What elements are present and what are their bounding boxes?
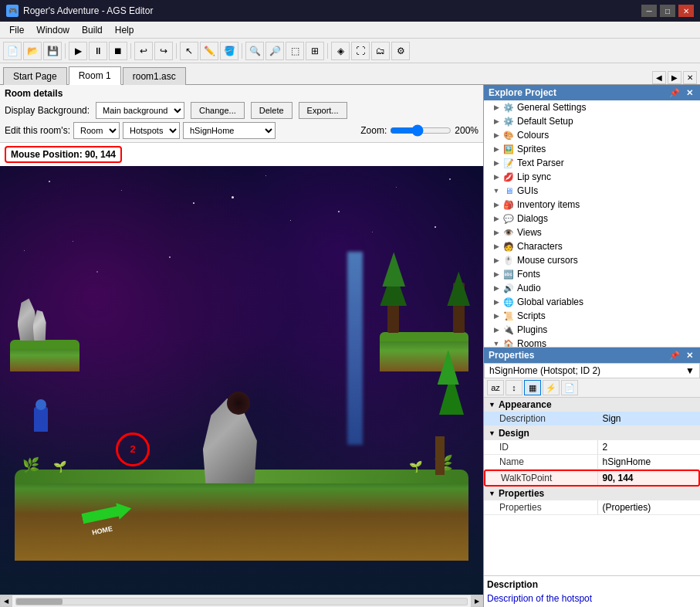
menu-file[interactable]: File xyxy=(3,23,30,37)
change-button[interactable]: Change... xyxy=(191,102,245,119)
tree-item-colours[interactable]: ▶ 🎨 Colours xyxy=(484,128,700,142)
tab-nav-left[interactable]: ◀ xyxy=(652,71,666,84)
tab-room1[interactable]: Room 1 xyxy=(69,66,121,85)
tree-item-plugins[interactable]: ▶ 🔌 Plugins xyxy=(484,323,700,337)
delete-button[interactable]: Delete xyxy=(251,102,293,119)
expand-icon[interactable]: ▶ xyxy=(490,226,502,239)
tree-item-scripts[interactable]: ▶ 📜 Scripts xyxy=(484,309,700,323)
area-button[interactable]: ⬚ xyxy=(286,42,304,60)
props-row-description[interactable]: Description Sign xyxy=(484,412,700,426)
expand-icon[interactable]: ▶ xyxy=(490,268,502,280)
tab-nav-right[interactable]: ▶ xyxy=(668,71,681,84)
tree-item-inventory[interactable]: ▶ 🎒 Inventory items xyxy=(484,198,700,212)
scrollbar-thumb[interactable] xyxy=(16,599,63,605)
props-row-id[interactable]: ID 2 xyxy=(484,440,700,455)
tab-start-page[interactable]: Start Page xyxy=(3,67,67,85)
title-bar-controls[interactable]: ─ □ ✕ xyxy=(641,5,694,17)
background-dropdown[interactable]: Main background xyxy=(96,102,184,119)
close-button[interactable]: ✕ xyxy=(678,5,694,17)
props-row-walktopoint[interactable]: WalkToPoint 90, 144 xyxy=(484,470,700,487)
pause-button[interactable]: ⏸ xyxy=(89,42,107,60)
export-button[interactable]: Export... xyxy=(299,102,347,119)
expand-icon[interactable]: ▶ xyxy=(490,101,502,114)
expand-icon[interactable]: ▶ xyxy=(490,310,502,322)
scroll-left-button[interactable]: ◀ xyxy=(0,595,12,607)
tree-item-guis[interactable]: ▼ 🖥 GUIs xyxy=(484,184,700,198)
h-scrollbar[interactable]: ◀ ▶ xyxy=(0,595,483,607)
props-sort-az[interactable]: az xyxy=(487,380,504,395)
expand-icon[interactable]: ▶ xyxy=(490,171,502,183)
expand-icon[interactable]: ▶ xyxy=(490,282,502,294)
properties-selector[interactable]: hSignHome (Hotspot; ID 2) ▼ xyxy=(484,363,700,378)
props-row-name[interactable]: Name hSignHome xyxy=(484,455,700,470)
tree-item-lip-sync[interactable]: ▶ 💋 Lip sync xyxy=(484,170,700,184)
tab-close[interactable]: ✕ xyxy=(683,71,697,84)
scrollbar-track[interactable] xyxy=(15,598,468,605)
tree-item-global-variables[interactable]: ▶ 🌐 Global variables xyxy=(484,295,700,309)
expand-icon[interactable]: ▶ xyxy=(490,198,502,211)
explore-close-button[interactable]: ✕ xyxy=(684,88,695,98)
tree-item-audio[interactable]: ▶ 🔊 Audio xyxy=(484,281,700,295)
zoom-out-button[interactable]: 🔎 xyxy=(265,42,284,60)
tab-room1-asc[interactable]: room1.asc xyxy=(123,67,186,85)
tool2-button[interactable]: ⛶ xyxy=(351,42,370,60)
scroll-right-button[interactable]: ▶ xyxy=(471,595,483,607)
props-row-properties[interactable]: Properties (Properties) xyxy=(484,500,700,515)
menu-window[interactable]: Window xyxy=(30,23,76,37)
tree-item-general-settings[interactable]: ▶ ⚙️ General Settings xyxy=(484,100,700,114)
expand-icon[interactable]: ▶ xyxy=(490,143,502,155)
tree-item-rooms[interactable]: ▼ 🏠 Rooms xyxy=(484,337,700,348)
edit-mode-dropdown[interactable]: Room xyxy=(73,122,120,139)
design-section[interactable]: ▼ Design xyxy=(484,426,700,440)
tree-item-characters[interactable]: ▶ 🧑 Characters xyxy=(484,239,700,253)
tool3-button[interactable]: 🗂 xyxy=(371,42,390,60)
props-events-btn[interactable]: ⚡ xyxy=(543,380,560,395)
expand-icon[interactable]: ▶ xyxy=(490,157,502,169)
tool1-button[interactable]: ◈ xyxy=(331,42,350,60)
tree-item-fonts[interactable]: ▶ 🔤 Fonts xyxy=(484,267,700,281)
tree-item-sprites[interactable]: ▶ 🖼️ Sprites xyxy=(484,142,700,156)
zoom-in-button[interactable]: 🔍 xyxy=(245,42,264,60)
minimize-button[interactable]: ─ xyxy=(641,5,657,17)
menu-build[interactable]: Build xyxy=(76,23,109,37)
properties-pin-button[interactable]: 📌 xyxy=(667,351,682,361)
props-grid-btn[interactable]: ▦ xyxy=(524,380,541,395)
redo-button[interactable]: ↪ xyxy=(154,42,173,60)
menu-help[interactable]: Help xyxy=(109,23,140,37)
edit-type-dropdown[interactable]: Hotspots xyxy=(123,122,180,139)
expand-icon[interactable]: ▼ xyxy=(490,337,502,348)
tree-item-text-parser[interactable]: ▶ 📝 Text Parser xyxy=(484,156,700,170)
maximize-button[interactable]: □ xyxy=(660,5,675,17)
explore-pin-button[interactable]: 📌 xyxy=(667,88,682,98)
settings-button[interactable]: ⚙ xyxy=(391,42,410,60)
expand-icon[interactable]: ▶ xyxy=(490,254,502,266)
open-button[interactable]: 📂 xyxy=(23,42,42,60)
props-extra-btn[interactable]: 📄 xyxy=(561,380,578,395)
props-sort-cat[interactable]: ↕ xyxy=(506,380,522,395)
expand-icon[interactable]: ▶ xyxy=(490,240,502,253)
zoom-slider[interactable] xyxy=(390,124,451,137)
fill-button[interactable]: 🪣 xyxy=(220,42,238,60)
new-button[interactable]: 📄 xyxy=(3,42,22,60)
expand-icon[interactable]: ▼ xyxy=(490,185,502,197)
cursor-button[interactable]: ↖ xyxy=(180,42,198,60)
properties-sub-section[interactable]: ▼ Properties xyxy=(484,487,700,500)
undo-button[interactable]: ↩ xyxy=(134,42,153,60)
dropdown-arrow-icon[interactable]: ▼ xyxy=(685,365,695,376)
expand-icon[interactable]: ▶ xyxy=(490,115,502,127)
expand-icon[interactable]: ▶ xyxy=(490,212,502,225)
grid-button[interactable]: ⊞ xyxy=(306,42,324,60)
tree-item-dialogs[interactable]: ▶ 💬 Dialogs xyxy=(484,212,700,226)
pencil-button[interactable]: ✏️ xyxy=(200,42,218,60)
tree-item-mouse-cursors[interactable]: ▶ 🖱️ Mouse cursors xyxy=(484,253,700,267)
tree-item-default-setup[interactable]: ▶ ⚙️ Default Setup xyxy=(484,114,700,128)
stop-button[interactable]: ⏹ xyxy=(109,42,127,60)
appearance-section[interactable]: ▼ Appearance xyxy=(484,398,700,412)
tree-item-views[interactable]: ▶ 👁️ Views xyxy=(484,226,700,239)
properties-close-button[interactable]: ✕ xyxy=(684,351,695,361)
expand-icon[interactable]: ▶ xyxy=(490,324,502,336)
expand-icon[interactable]: ▶ xyxy=(490,296,502,308)
hotspot-dropdown[interactable]: hSignHome xyxy=(183,122,276,139)
canvas-area[interactable]: 🌿 🌱 🌿 🌱 2 HOME xyxy=(0,166,483,595)
run-button[interactable]: ▶ xyxy=(69,42,87,60)
